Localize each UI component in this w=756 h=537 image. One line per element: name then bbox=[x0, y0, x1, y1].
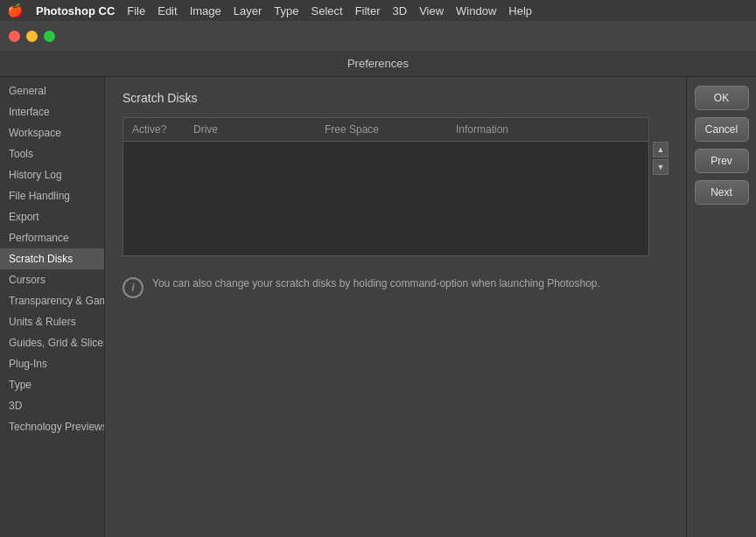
sidebar-item-transparency-gamut[interactable]: Transparency & Gamut bbox=[0, 290, 104, 311]
sidebar-item-file-handling[interactable]: File Handling bbox=[0, 185, 104, 206]
sidebar-item-workspace[interactable]: Workspace bbox=[0, 122, 104, 143]
maximize-button[interactable] bbox=[44, 31, 55, 42]
info-icon: i bbox=[122, 277, 144, 298]
menu-view[interactable]: View bbox=[419, 4, 444, 17]
cancel-button[interactable]: Cancel bbox=[695, 117, 749, 142]
sidebar-item-technology-previews[interactable]: Technology Previews bbox=[0, 416, 104, 437]
menu-image[interactable]: Image bbox=[190, 4, 221, 17]
sidebar-item-guides-grid-slices[interactable]: Guides, Grid & Slices bbox=[0, 332, 104, 353]
table-header: Active? Drive Free Space Information bbox=[123, 118, 648, 142]
minimize-button[interactable] bbox=[26, 31, 38, 42]
next-button[interactable]: Next bbox=[695, 180, 749, 205]
title-bar: Preferences bbox=[0, 51, 756, 77]
sidebar-item-units-rulers[interactable]: Units & Rulers bbox=[0, 311, 104, 332]
window-title: Preferences bbox=[347, 57, 409, 70]
scroll-up-button[interactable]: ▲ bbox=[653, 142, 668, 157]
menu-window[interactable]: Window bbox=[456, 4, 496, 17]
menu-filter[interactable]: Filter bbox=[355, 4, 381, 17]
col-header-active: Active? bbox=[132, 123, 193, 136]
menu-layer[interactable]: Layer bbox=[234, 4, 262, 17]
menu-edit[interactable]: Edit bbox=[158, 4, 177, 17]
sidebar-item-performance[interactable]: Performance bbox=[0, 227, 104, 248]
close-button[interactable] bbox=[9, 31, 20, 42]
sidebar-item-interface[interactable]: Interface bbox=[0, 101, 104, 122]
sidebar-item-history-log[interactable]: History Log bbox=[0, 164, 104, 185]
sidebar-item-tools[interactable]: Tools bbox=[0, 143, 104, 164]
sidebar-item-scratch-disks[interactable]: Scratch Disks bbox=[0, 248, 104, 269]
main-layout: General Interface Workspace Tools Histor… bbox=[0, 77, 756, 537]
content-title: Scratch Disks bbox=[122, 91, 668, 105]
sidebar-item-plug-ins[interactable]: Plug-Ins bbox=[0, 353, 104, 374]
prev-button[interactable]: Prev bbox=[695, 149, 749, 173]
table-section: Active? Drive Free Space Information ▲ ▼ bbox=[122, 117, 668, 265]
sidebar-item-export[interactable]: Export bbox=[0, 206, 104, 227]
menu-bar: 🍎 Photoshop CC File Edit Image Layer Typ… bbox=[0, 0, 756, 21]
menu-3d[interactable]: 3D bbox=[393, 4, 408, 17]
sidebar-item-type[interactable]: Type bbox=[0, 374, 104, 395]
scroll-arrows: ▲ ▼ bbox=[653, 142, 668, 175]
menu-type[interactable]: Type bbox=[274, 4, 298, 17]
menu-help[interactable]: Help bbox=[508, 4, 532, 17]
col-header-info: Information bbox=[456, 123, 640, 136]
sidebar-item-cursors[interactable]: Cursors bbox=[0, 269, 104, 290]
menu-file[interactable]: File bbox=[127, 4, 145, 17]
sidebar: General Interface Workspace Tools Histor… bbox=[0, 77, 105, 537]
right-panel: OK Cancel Prev Next bbox=[686, 77, 756, 537]
info-text: You can also change your scratch disks b… bbox=[152, 275, 600, 291]
content-area: Scratch Disks Active? Drive Free Space I… bbox=[105, 77, 686, 537]
scratch-disk-table: Active? Drive Free Space Information bbox=[122, 117, 649, 256]
scroll-down-button[interactable]: ▼ bbox=[653, 159, 668, 175]
window-chrome bbox=[0, 21, 756, 51]
menu-select[interactable]: Select bbox=[311, 4, 342, 17]
info-message: i You can also change your scratch disks… bbox=[122, 275, 668, 298]
col-header-drive: Drive bbox=[193, 123, 325, 136]
col-header-free: Free Space bbox=[325, 123, 456, 136]
app-name: Photoshop CC bbox=[36, 4, 115, 17]
table-body bbox=[123, 142, 648, 255]
ok-button[interactable]: OK bbox=[695, 86, 749, 110]
sidebar-item-general[interactable]: General bbox=[0, 80, 104, 101]
apple-menu[interactable]: 🍎 bbox=[7, 3, 24, 18]
sidebar-item-3d[interactable]: 3D bbox=[0, 395, 104, 416]
